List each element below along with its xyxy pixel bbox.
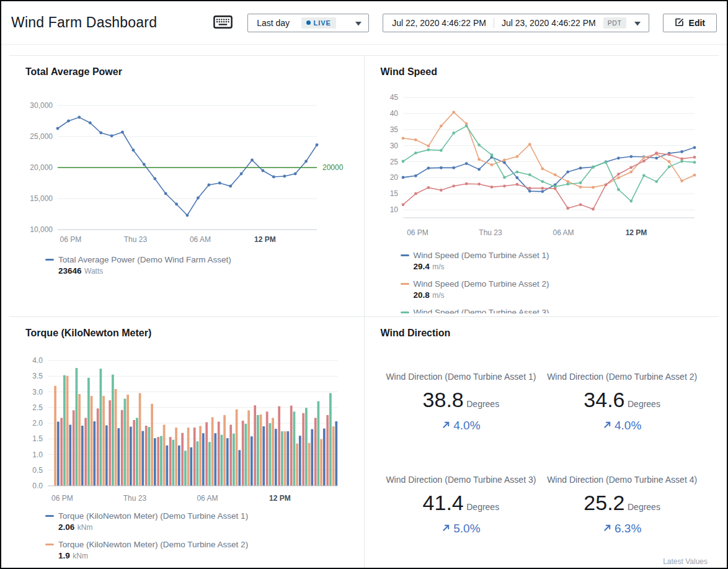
svg-text:2.5: 2.5 <box>32 403 43 412</box>
panel-total-average-power: Total Average Power 10,00015,00020,00025… <box>9 55 364 316</box>
page-title: Wind Farm Dashboard <box>11 14 157 31</box>
legend-item: Torque (KiloNewton Meter) (Demo Turbine … <box>45 511 348 533</box>
svg-text:Thu 23: Thu 23 <box>123 494 147 503</box>
legend-label: Wind Speed (Demo Turbine Asset 1) <box>414 250 549 261</box>
legend-item: Wind Speed (Demo Turbine Asset 1) 29.4 m… <box>401 250 703 272</box>
kpi-trend: 4.0% <box>541 419 703 432</box>
legend-swatch <box>401 311 409 313</box>
panel-title: Wind Direction <box>381 327 703 339</box>
legend-item-clipped: Torque (KiloNewton Meter) (Demo Turbine … <box>45 568 348 568</box>
svg-text:06 AM: 06 AM <box>197 494 218 503</box>
kpi-wind-direction-2: Wind Direction (Demo Turbine Asset 2) 34… <box>541 372 703 460</box>
kpi-unit: Degrees <box>466 502 499 512</box>
legend: Wind Speed (Demo Turbine Asset 1) 29.4 m… <box>381 250 703 313</box>
date-start: Jul 22, 2020 4:46:22 PM <box>392 18 486 28</box>
svg-text:12 PM: 12 PM <box>269 494 291 503</box>
svg-text:20000: 20000 <box>322 163 344 172</box>
svg-text:3.0: 3.0 <box>32 388 43 397</box>
kpi-wind-direction-4: Wind Direction (Demo Turbine Asset 4) 25… <box>541 475 703 563</box>
legend-unit: m/s <box>432 262 444 271</box>
legend-value: 29.4 <box>414 262 430 271</box>
kpi-value: 38.8 <box>423 388 464 411</box>
svg-text:40: 40 <box>389 109 398 118</box>
svg-text:1.5: 1.5 <box>32 434 43 443</box>
kpi-label: Wind Direction (Demo Turbine Asset 2) <box>543 372 701 382</box>
trend-up-icon <box>442 419 451 432</box>
svg-text:12 PM: 12 PM <box>254 235 276 244</box>
kpi-unit: Degrees <box>628 399 660 409</box>
panel-title: Wind Speed <box>381 66 703 78</box>
legend-label: Wind Speed (Demo Turbine Asset 3) <box>414 307 549 313</box>
legend-label: Total Average Power (Demo Wind Farm Asse… <box>58 254 231 265</box>
kpi-wind-direction-1: Wind Direction (Demo Turbine Asset 1) 38… <box>381 372 542 460</box>
kpi-trend: 4.0% <box>381 419 542 432</box>
kpi-label: Wind Direction (Demo Turbine Asset 4) <box>543 475 701 485</box>
legend-swatch <box>401 283 409 285</box>
date-divider <box>494 18 494 28</box>
live-badge: LIVE <box>301 17 336 29</box>
svg-text:20,000: 20,000 <box>30 163 53 172</box>
legend-item-clipped: Wind Speed (Demo Turbine Asset 3) <box>401 307 703 313</box>
svg-text:06 AM: 06 AM <box>190 235 211 244</box>
kpi-wind-direction-3: Wind Direction (Demo Turbine Asset 3) 41… <box>381 475 542 563</box>
kpi-label: Wind Direction (Demo Turbine Asset 3) <box>382 475 539 485</box>
legend: Total Average Power (Demo Wind Farm Asse… <box>25 254 348 277</box>
keyboard-shortcuts-button[interactable] <box>212 14 234 32</box>
time-range-value: Last day <box>257 18 290 28</box>
legend-item: Wind Speed (Demo Turbine Asset 2) 20.8 m… <box>401 279 703 301</box>
legend-unit: m/s <box>432 291 444 300</box>
svg-text:35: 35 <box>389 125 398 134</box>
svg-text:10,000: 10,000 <box>30 225 53 234</box>
legend-value: 2.06 <box>58 522 74 532</box>
kpi-trend: 6.3% <box>541 522 703 535</box>
svg-text:06 PM: 06 PM <box>407 228 428 237</box>
legend-label: Torque (KiloNewton Meter) (Demo Turbine … <box>58 539 248 550</box>
kpi-label: Wind Direction (Demo Turbine Asset 1) <box>382 372 539 382</box>
svg-text:15: 15 <box>389 189 398 198</box>
timezone-badge: PDT <box>603 17 626 29</box>
svg-text:06 AM: 06 AM <box>553 228 574 237</box>
legend-item: Torque (KiloNewton Meter) (Demo Turbine … <box>45 539 348 562</box>
svg-text:20: 20 <box>389 173 398 182</box>
torque-chart[interactable]: 0.00.51.01.52.02.53.03.54.006 PMThu 2306… <box>25 353 348 506</box>
edit-button[interactable]: Edit <box>663 14 717 32</box>
legend-item: Total Average Power (Demo Wind Farm Asse… <box>45 254 348 277</box>
legend-swatch <box>401 254 409 256</box>
edit-icon <box>675 17 684 29</box>
wind-speed-chart[interactable]: 101520253035404506 PMThu 2306 AM12 PM <box>381 89 703 240</box>
svg-text:30,000: 30,000 <box>30 101 53 110</box>
total-average-power-chart[interactable]: 10,00015,00020,00025,00030,00006 PMThu 2… <box>25 98 348 247</box>
kpi-trend: 5.0% <box>381 522 542 535</box>
kpi-value: 25.2 <box>584 491 624 514</box>
legend-unit: kNm <box>78 523 93 532</box>
svg-text:25,000: 25,000 <box>30 132 53 141</box>
svg-text:4.0: 4.0 <box>32 356 43 365</box>
panel-title: Torque (KiloNewton Meter) <box>25 327 348 339</box>
date-end: Jul 23, 2020 4:46:22 PM <box>502 18 596 28</box>
panel-torque: Torque (KiloNewton Meter) 0.00.51.01.52.… <box>9 316 364 568</box>
legend-value: 23646 <box>58 266 82 276</box>
time-range-select[interactable]: Last day LIVE <box>247 14 369 32</box>
svg-text:45: 45 <box>389 93 398 102</box>
legend-swatch <box>45 515 54 517</box>
svg-text:Thu 23: Thu 23 <box>479 228 502 237</box>
svg-text:30: 30 <box>389 141 398 150</box>
kpi-value: 34.6 <box>584 388 624 411</box>
trend-up-icon <box>603 419 612 432</box>
svg-text:15,000: 15,000 <box>30 194 53 203</box>
legend-swatch <box>45 259 54 261</box>
date-range-select[interactable]: Jul 22, 2020 4:46:22 PM Jul 23, 2020 4:4… <box>383 14 649 32</box>
legend-unit: kNm <box>73 552 88 560</box>
legend: Torque (KiloNewton Meter) (Demo Turbine … <box>25 511 348 568</box>
svg-text:25: 25 <box>389 158 398 166</box>
svg-text:0.5: 0.5 <box>32 466 43 475</box>
chevron-down-icon <box>355 18 362 28</box>
svg-text:2.0: 2.0 <box>32 419 43 428</box>
kpi-unit: Degrees <box>628 502 660 512</box>
kpi-unit: Degrees <box>466 399 499 409</box>
panel-title: Total Average Power <box>25 66 348 78</box>
svg-text:Thu 23: Thu 23 <box>124 235 148 244</box>
svg-text:06 PM: 06 PM <box>60 235 82 244</box>
legend-swatch <box>45 544 54 545</box>
svg-text:12 PM: 12 PM <box>625 228 647 237</box>
